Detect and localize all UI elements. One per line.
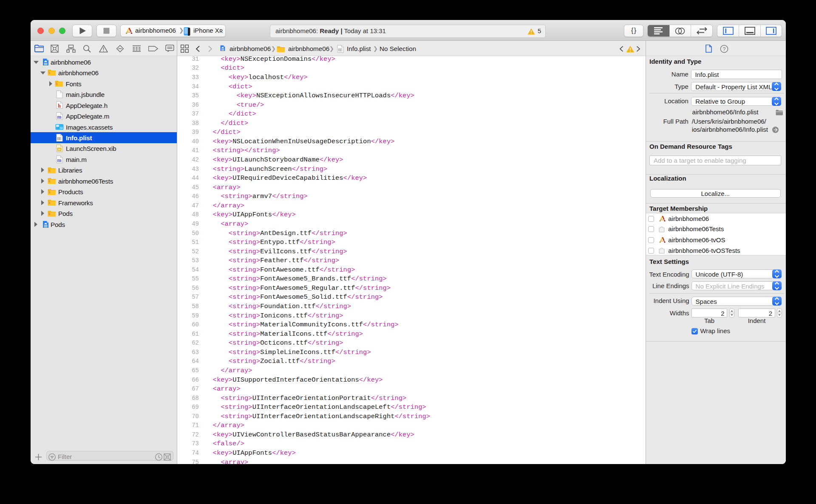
svg-text:h: h [58, 103, 61, 109]
svg-text:?: ? [723, 46, 726, 52]
svg-text:m: m [57, 157, 62, 163]
svg-text:m: m [57, 113, 62, 119]
